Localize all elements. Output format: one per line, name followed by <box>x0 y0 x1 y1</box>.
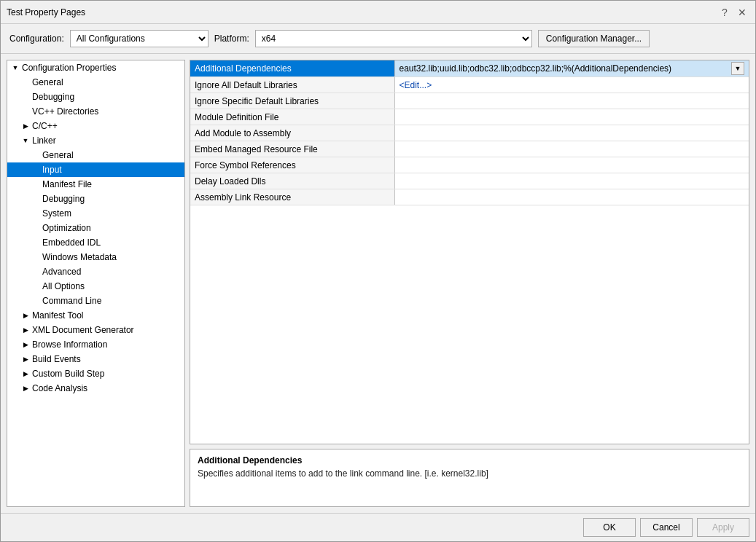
expand-icon-linker[interactable]: ▼ <box>20 137 31 144</box>
tree-item-label-config-properties: Configuration Properties <box>22 63 116 73</box>
prop-value-assembly-link <box>394 189 749 205</box>
prop-label-force-symbol: Force Symbol References <box>190 157 394 173</box>
prop-row-embed-managed[interactable]: Embed Managed Resource File <box>190 141 749 157</box>
help-button[interactable]: ? <box>717 5 732 20</box>
tree-item-build-events[interactable]: ▶Build Events <box>7 352 184 366</box>
config-label: Configuration: <box>9 34 64 44</box>
tree-item-label-linker-all-options: All Options <box>42 281 85 291</box>
prop-label-delay-loaded: Delay Loaded Dlls <box>190 173 394 189</box>
prop-label-embed-managed: Embed Managed Resource File <box>190 141 394 157</box>
tree-item-label-cpp: C/C++ <box>32 121 58 131</box>
prop-label-ignore-default-libs: Ignore All Default Libraries <box>190 77 394 93</box>
tree-item-linker-advanced[interactable]: Advanced <box>7 264 184 279</box>
tree-item-label-linker-general: General <box>42 150 74 160</box>
tree-panel: ▼Configuration PropertiesGeneralDebuggin… <box>7 60 185 507</box>
tree-item-browse-info[interactable]: ▶Browse Information <box>7 337 184 352</box>
props-table: Additional Dependencieseaut32.lib;uuid.l… <box>190 60 749 205</box>
prop-row-module-definition[interactable]: Module Definition File <box>190 109 749 125</box>
tree-item-label-manifest-tool: Manifest Tool <box>32 310 83 321</box>
expand-icon-cpp[interactable]: ▶ <box>20 122 31 130</box>
bottom-buttons: OK Cancel Apply <box>1 513 755 541</box>
prop-value-ignore-specific-default <box>394 93 749 109</box>
tree-item-linker-windows-metadata[interactable]: Windows Metadata <box>7 250 184 264</box>
prop-label-additional-deps: Additional Dependencies <box>190 60 394 77</box>
tree-item-manifest-tool[interactable]: ▶Manifest Tool <box>7 308 184 323</box>
prop-value-additional-deps: eaut32.lib;uuid.lib;odbc32.lib;odbccp32.… <box>394 60 749 77</box>
prop-row-delay-loaded[interactable]: Delay Loaded Dlls <box>190 173 749 189</box>
tree-item-label-linker-system: System <box>42 208 71 219</box>
tree-item-linker-general[interactable]: General <box>7 148 184 162</box>
tree-item-linker-optimization[interactable]: Optimization <box>7 221 184 235</box>
tree-item-code-analysis[interactable]: ▶Code Analysis <box>7 381 184 396</box>
tree-item-label-code-analysis: Code Analysis <box>32 383 87 393</box>
tree-item-label-general: General <box>32 77 63 87</box>
tree-item-label-linker-embedded-idl: Embedded IDL <box>42 237 101 248</box>
prop-row-force-symbol[interactable]: Force Symbol References <box>190 157 749 173</box>
ok-button[interactable]: OK <box>583 518 636 537</box>
tree-item-cpp[interactable]: ▶C/C++ <box>7 119 184 133</box>
tree-item-linker-system[interactable]: System <box>7 206 184 221</box>
apply-button[interactable]: Apply <box>697 518 749 537</box>
expand-icon-xml-doc-generator[interactable]: ▶ <box>20 326 31 334</box>
description-title: Additional Dependencies <box>198 455 741 466</box>
expand-icon-build-events[interactable]: ▶ <box>20 356 31 363</box>
tree-item-label-build-events: Build Events <box>32 354 81 364</box>
properties-panel: Additional Dependencieseaut32.lib;uuid.l… <box>190 60 749 507</box>
description-text: Specifies additional items to add to the… <box>198 468 741 479</box>
prop-value-module-definition <box>394 109 749 125</box>
prop-row-additional-deps[interactable]: Additional Dependencieseaut32.lib;uuid.l… <box>190 60 749 77</box>
prop-dropdown-additional-deps[interactable]: ▼ <box>731 62 744 75</box>
expand-icon-custom-build-step[interactable]: ▶ <box>20 370 31 377</box>
tree-item-label-linker: Linker <box>32 136 56 146</box>
tree-item-label-debugging: Debugging <box>32 92 74 102</box>
prop-value-embed-managed <box>394 141 749 157</box>
window-title: Test Property Pages <box>7 7 717 17</box>
tree-item-label-linker-optimization: Optimization <box>42 223 91 233</box>
config-manager-button[interactable]: Configuration Manager... <box>538 30 650 47</box>
cancel-button[interactable]: Cancel <box>640 518 693 537</box>
tree-item-custom-build-step[interactable]: ▶Custom Build Step <box>7 366 184 381</box>
expand-icon-manifest-tool[interactable]: ▶ <box>20 312 31 319</box>
close-button[interactable]: ✕ <box>735 5 749 20</box>
prop-row-ignore-default-libs[interactable]: Ignore All Default Libraries<Edit...> <box>190 77 749 93</box>
tree-item-label-custom-build-step: Custom Build Step <box>32 369 104 379</box>
tree-item-linker-debugging[interactable]: Debugging <box>7 192 184 206</box>
tree-item-linker-embedded-idl[interactable]: Embedded IDL <box>7 235 184 250</box>
tree-item-linker-command-line[interactable]: Command Line <box>7 294 184 308</box>
title-bar: Test Property Pages ? ✕ <box>1 1 755 24</box>
prop-row-ignore-specific-default[interactable]: Ignore Specific Default Libraries <box>190 93 749 109</box>
tree-item-linker[interactable]: ▼Linker <box>7 133 184 148</box>
prop-row-assembly-link[interactable]: Assembly Link Resource <box>190 189 749 205</box>
expand-icon-config-properties[interactable]: ▼ <box>10 64 20 71</box>
expand-icon-browse-info[interactable]: ▶ <box>20 341 31 348</box>
main-content: ▼Configuration PropertiesGeneralDebuggin… <box>1 54 755 513</box>
expand-icon-code-analysis[interactable]: ▶ <box>20 385 31 392</box>
tree-item-linker-manifest[interactable]: Manifest File <box>7 177 184 192</box>
tree-item-label-linker-manifest: Manifest File <box>42 179 92 189</box>
tree-item-label-linker-debugging: Debugging <box>42 194 85 204</box>
config-select[interactable]: All Configurations <box>70 30 209 47</box>
tree-item-linker-input[interactable]: Input <box>7 162 184 177</box>
prop-label-assembly-link: Assembly Link Resource <box>190 189 394 205</box>
props-table-container: Additional Dependencieseaut32.lib;uuid.l… <box>190 60 749 444</box>
toolbar: Configuration: All Configurations Platfo… <box>1 24 755 54</box>
tree-item-linker-all-options[interactable]: All Options <box>7 279 184 294</box>
tree-item-label-browse-info: Browse Information <box>32 339 107 350</box>
tree-item-general[interactable]: General <box>7 75 184 90</box>
tree-item-xml-doc-generator[interactable]: ▶XML Document Generator <box>7 323 184 337</box>
prop-row-add-module[interactable]: Add Module to Assembly <box>190 125 749 141</box>
tree-item-config-properties[interactable]: ▼Configuration Properties <box>7 60 184 75</box>
tree-item-label-vc-directories: VC++ Directories <box>32 106 98 117</box>
platform-select[interactable]: x64 <box>255 30 532 47</box>
tree-item-label-xml-doc-generator: XML Document Generator <box>32 325 134 335</box>
prop-value-delay-loaded <box>394 173 749 189</box>
prop-label-module-definition: Module Definition File <box>190 109 394 125</box>
prop-value-ignore-default-libs[interactable]: <Edit...> <box>394 77 749 93</box>
prop-value-add-module <box>394 125 749 141</box>
prop-label-ignore-specific-default: Ignore Specific Default Libraries <box>190 93 394 109</box>
tree-item-label-linker-command-line: Command Line <box>42 296 101 306</box>
tree-item-label-linker-windows-metadata: Windows Metadata <box>42 252 117 262</box>
window: Test Property Pages ? ✕ Configuration: A… <box>0 0 756 542</box>
tree-item-debugging[interactable]: Debugging <box>7 90 184 104</box>
tree-item-vc-directories[interactable]: VC++ Directories <box>7 104 184 119</box>
